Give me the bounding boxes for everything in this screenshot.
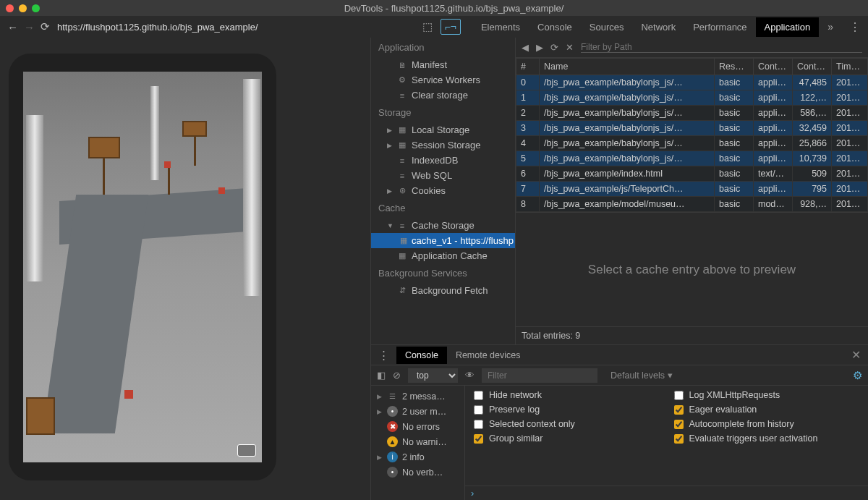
tab-performance[interactable]: Performance bbox=[684, 17, 755, 37]
verb-icon: • bbox=[387, 467, 398, 478]
log-levels[interactable]: Default levels ▾ bbox=[610, 370, 673, 381]
sidebar-item-cookies[interactable]: ▶⊛Cookies bbox=[371, 183, 515, 198]
app-screen[interactable] bbox=[23, 72, 262, 462]
table-row[interactable]: 6/bjs_pwa_example/index.htmlbasictext/…5… bbox=[516, 166, 868, 182]
tab-console[interactable]: Console bbox=[529, 17, 581, 37]
msg-filter-user[interactable]: ▶•2 user m… bbox=[371, 404, 464, 419]
section-application: Application bbox=[371, 38, 515, 57]
console-filter-input[interactable] bbox=[482, 368, 597, 383]
drawer-tab-remote-devices[interactable]: Remote devices bbox=[447, 347, 529, 364]
sidebar-item-web-sql[interactable]: ≡Web SQL bbox=[371, 168, 515, 183]
setting-log-xmlhttprequests[interactable]: Log XMLHttpRequests bbox=[674, 390, 860, 400]
setting-evaluate-triggers-user-activation[interactable]: Evaluate triggers user activation bbox=[674, 433, 860, 444]
sidebar-item-service-workers[interactable]: ⚙Service Workers bbox=[371, 72, 515, 88]
col-header[interactable]: Res… bbox=[715, 59, 754, 75]
table-row[interactable]: 5/bjs_pwa_example/babylonjs_js/…basicapp… bbox=[516, 151, 868, 166]
setting-hide-network[interactable]: Hide network bbox=[474, 390, 660, 400]
sidebar-item-session-storage[interactable]: ▶▦Session Storage bbox=[371, 137, 515, 153]
checkbox[interactable] bbox=[474, 420, 483, 429]
vr-icon[interactable] bbox=[237, 444, 256, 457]
sidebar-item-manifest[interactable]: 🗎Manifest bbox=[371, 57, 515, 72]
drawer-menu-icon[interactable]: ⋮ bbox=[371, 349, 396, 362]
grid-icon: ▦ bbox=[397, 125, 407, 135]
console-settings-icon[interactable]: ⚙ bbox=[853, 369, 862, 382]
tab-network[interactable]: Network bbox=[632, 17, 684, 37]
sidebar-item-local-storage[interactable]: ▶▦Local Storage bbox=[371, 122, 515, 137]
section-background-services: Background Services bbox=[371, 263, 515, 283]
table-row[interactable]: 7/bjs_pwa_example/js/TeleportCh…basicapp… bbox=[516, 182, 868, 197]
forward-icon[interactable]: → bbox=[24, 21, 35, 33]
drawer-tab-console[interactable]: Console bbox=[396, 347, 447, 364]
more-tabs-icon[interactable]: » bbox=[819, 21, 842, 33]
checkbox[interactable] bbox=[674, 391, 684, 400]
close-window-icon[interactable] bbox=[6, 4, 14, 12]
tab-application[interactable]: Application bbox=[756, 17, 820, 37]
address-bar[interactable]: https://flushpot1125.github.io/bjs_pwa_e… bbox=[57, 22, 413, 33]
next-icon[interactable]: ▶ bbox=[536, 42, 543, 53]
preview-placeholder: Select a cache entry above to preview bbox=[516, 212, 868, 326]
msg-filter-err[interactable]: ✖No errors bbox=[371, 419, 464, 434]
checkbox[interactable] bbox=[474, 434, 483, 444]
checkbox[interactable] bbox=[474, 405, 483, 415]
checkbox[interactable] bbox=[674, 434, 684, 444]
sidebar-item-cache-storage[interactable]: ▼≡Cache Storage bbox=[371, 218, 515, 233]
refresh-icon[interactable]: ⟳ bbox=[550, 42, 558, 53]
eye-icon[interactable]: 👁 bbox=[465, 370, 475, 381]
device-toggle-icon[interactable]: ⌐¬ bbox=[441, 19, 461, 35]
msg-filter-info[interactable]: ▶i2 info bbox=[371, 449, 464, 465]
sidebar-item-cache-v1-https-flushp[interactable]: ▦cache_v1 - https://flushp bbox=[371, 233, 515, 248]
db-icon: ≡ bbox=[397, 156, 407, 166]
grid-icon: ▦ bbox=[397, 140, 407, 151]
close-drawer-icon[interactable]: ✕ bbox=[844, 348, 868, 362]
updown-icon: ⇵ bbox=[397, 286, 407, 296]
console-prompt[interactable]: › bbox=[465, 486, 868, 500]
col-header[interactable]: Time… bbox=[832, 59, 868, 75]
col-header[interactable]: # bbox=[516, 59, 540, 75]
setting-autocomplete-from-history[interactable]: Autocomplete from history bbox=[674, 419, 860, 429]
menu-icon[interactable]: ⋮ bbox=[842, 20, 868, 34]
table-row[interactable]: 8/bjs_pwa_example/model/museu…basicmod…9… bbox=[516, 197, 868, 212]
msg-filter-warn[interactable]: ▲No warni… bbox=[371, 434, 464, 449]
table-row[interactable]: 2/bjs_pwa_example/babylonjs_js/…basicapp… bbox=[516, 106, 868, 121]
reload-icon[interactable]: ⟳ bbox=[41, 20, 50, 33]
filter-input[interactable] bbox=[581, 42, 862, 53]
delete-icon[interactable]: ✕ bbox=[566, 42, 574, 53]
table-row[interactable]: 1/bjs_pwa_example/babylonjs_js/…basicapp… bbox=[516, 90, 868, 106]
sidebar-item-indexeddb[interactable]: ≡IndexedDB bbox=[371, 153, 515, 168]
setting-eager-evaluation[interactable]: Eager evaluation bbox=[674, 404, 860, 415]
sidebar-item-application-cache[interactable]: ▦Application Cache bbox=[371, 248, 515, 263]
col-header[interactable]: Name bbox=[540, 59, 715, 75]
checkbox[interactable] bbox=[674, 420, 684, 429]
setting-preserve-log[interactable]: Preserve log bbox=[474, 404, 660, 415]
devtools-tabs: ElementsConsoleSourcesNetworkPerformance… bbox=[472, 16, 819, 38]
tab-elements[interactable]: Elements bbox=[472, 17, 529, 37]
back-icon[interactable]: ← bbox=[7, 21, 18, 33]
tab-sources[interactable]: Sources bbox=[581, 17, 633, 37]
minimize-window-icon[interactable] bbox=[19, 4, 27, 12]
context-select[interactable]: top bbox=[408, 368, 458, 383]
sidebar-item-background-fetch[interactable]: ⇵Background Fetch bbox=[371, 283, 515, 298]
setting-selected-context-only[interactable]: Selected context only bbox=[474, 419, 660, 429]
col-header[interactable]: Cont… bbox=[793, 59, 832, 75]
sidebar-toggle-icon[interactable]: ◧ bbox=[377, 370, 386, 381]
checkbox[interactable] bbox=[474, 391, 483, 400]
table-row[interactable]: 0/bjs_pwa_example/babylonjs_js/…basicapp… bbox=[516, 75, 868, 90]
prev-icon[interactable]: ◀ bbox=[522, 42, 529, 53]
zoom-window-icon[interactable] bbox=[32, 4, 40, 12]
total-entries: Total entries: 9 bbox=[516, 326, 868, 344]
device-preview bbox=[0, 38, 370, 500]
table-row[interactable]: 3/bjs_pwa_example/babylonjs_js/…basicapp… bbox=[516, 121, 868, 136]
warn-icon: ▲ bbox=[387, 436, 398, 447]
console-drawer: ⋮ ConsoleRemote devices ✕ ◧ ⊘ top 👁 Defa… bbox=[371, 344, 868, 500]
col-header[interactable]: Cont… bbox=[754, 59, 793, 75]
console-settings: Hide networkLog XMLHttpRequestsPreserve … bbox=[465, 386, 868, 486]
msg-filter-verb[interactable]: •No verb… bbox=[371, 465, 464, 480]
msg-filter-msg[interactable]: ▶☰2 messa… bbox=[371, 389, 464, 404]
db-icon: ≡ bbox=[397, 221, 407, 231]
inspect-icon[interactable]: ⬚ bbox=[417, 20, 438, 33]
setting-group-similar[interactable]: Group similar bbox=[474, 433, 660, 444]
table-row[interactable]: 4/bjs_pwa_example/babylonjs_js/…basicapp… bbox=[516, 136, 868, 151]
sidebar-item-clear-storage[interactable]: ≡Clear storage bbox=[371, 88, 515, 103]
clear-console-icon[interactable]: ⊘ bbox=[393, 370, 401, 381]
checkbox[interactable] bbox=[674, 405, 684, 415]
